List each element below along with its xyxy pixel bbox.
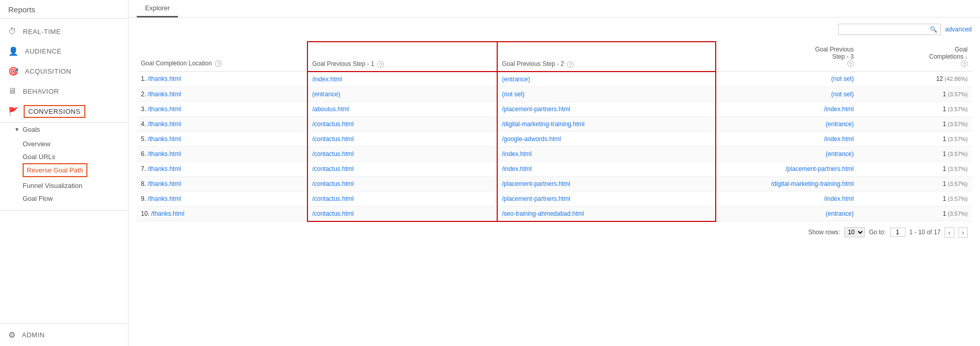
prev-step-2-link[interactable]: /digital-marketing-training.html: [502, 120, 585, 128]
prev-step-2-link[interactable]: /google-adwords.html: [502, 135, 561, 143]
prev-step-3-link[interactable]: (entrance): [826, 210, 854, 217]
prev-step-3-link[interactable]: /placement-partners.html: [786, 165, 854, 172]
row-number: 1.: [141, 75, 146, 82]
goal-completion-link[interactable]: /thanks.html: [148, 75, 181, 82]
completions-pct: (3.57%): [948, 91, 968, 97]
prev-step-3-header-label: Goal PreviousStep - 3: [815, 46, 854, 60]
prev-step-1-link[interactable]: /contactus.html: [312, 195, 354, 202]
goals-section-label: Goals: [23, 126, 40, 133]
sidebar-item-behavior[interactable]: 🖥 BEHAVIOR: [0, 81, 128, 101]
completions-value: 12: [936, 75, 943, 82]
row-number: 7.: [141, 165, 146, 172]
sidebar-item-reverse-goal-path[interactable]: Reverse Goal Path: [23, 163, 87, 177]
advanced-link[interactable]: advanced: [945, 26, 972, 33]
cell-row-num-completion: 6. /thanks.html: [137, 146, 307, 161]
prev-step-1-link[interactable]: /contactus.html: [312, 150, 354, 158]
prev-step-1-link[interactable]: (entrance): [312, 91, 340, 98]
cell-prev-step-1: /contactus.html: [307, 116, 497, 131]
cell-prev-step-1: /contactus.html: [307, 146, 497, 161]
cell-prev-step-3: /placement-partners.html: [716, 161, 858, 176]
go-to-input[interactable]: [890, 228, 905, 237]
prev-step-2-link[interactable]: /seo-training-ahmedabad.html: [502, 210, 584, 217]
sidebar-item-goal-flow[interactable]: Goal Flow: [23, 192, 128, 205]
data-table: Goal Completion Location ? Goal Previous…: [137, 41, 972, 222]
prev-step-2-link[interactable]: (not set): [502, 91, 524, 98]
prev-step-1-link[interactable]: /contactus.html: [312, 135, 354, 143]
acquisition-icon: 🎯: [8, 66, 19, 76]
prev-step-3-link[interactable]: /index.html: [824, 195, 854, 202]
col-header-prev-step-1: Goal Previous Step - 1 ?: [307, 42, 497, 72]
goal-completion-link[interactable]: /thanks.html: [148, 195, 181, 202]
prev-step-2-link[interactable]: (entrance): [502, 76, 530, 83]
table-row: 10. /thanks.html/contactus.html/seo-trai…: [137, 206, 972, 221]
sidebar-item-conversions[interactable]: 🚩 CONVERSIONS: [0, 101, 128, 123]
chevron-down-icon: ▼: [14, 127, 20, 132]
prev-step-1-link[interactable]: /contactus.html: [312, 180, 354, 187]
admin-section: ⚙ ADMIN: [0, 323, 128, 346]
prev-step-1-link[interactable]: /contactus.html: [312, 165, 354, 172]
prev-step-2-link[interactable]: /placement-partners.html: [502, 195, 570, 202]
goal-completion-link[interactable]: /thanks.html: [148, 150, 181, 158]
cell-prev-step-1: /contactus.html: [307, 161, 497, 176]
cell-prev-step-3: /index.html: [716, 131, 858, 146]
table-row: 5. /thanks.html/contactus.html/google-ad…: [137, 131, 972, 146]
prev-step-1-link[interactable]: /index.html: [312, 76, 342, 83]
sidebar-item-audience[interactable]: 👤 AUDIENCE: [0, 41, 128, 61]
next-page-button[interactable]: ›: [958, 227, 968, 238]
goal-completion-link[interactable]: /thanks.html: [148, 165, 181, 172]
goal-completion-link[interactable]: /thanks.html: [151, 210, 185, 217]
prev-step-1-link[interactable]: /contactus.html: [312, 120, 354, 128]
goal-completion-help-icon[interactable]: ?: [215, 60, 222, 67]
goal-completions-help-icon[interactable]: ?: [961, 60, 968, 67]
sidebar-item-realtime[interactable]: ⏱ REAL-TIME: [0, 22, 128, 41]
prev-step-2-link[interactable]: /index.html: [502, 165, 532, 172]
prev-step-3-link[interactable]: /digital-marketing-training.html: [771, 180, 854, 187]
reverse-goal-path-label: Reverse Goal Path: [27, 166, 83, 174]
cell-prev-step-2: /placement-partners.html: [497, 191, 715, 206]
sidebar-item-overview[interactable]: Overview: [23, 137, 128, 150]
search-input[interactable]: [842, 26, 928, 33]
prev-step-3-link[interactable]: (entrance): [826, 120, 854, 128]
goal-completion-link[interactable]: /thanks.html: [148, 106, 181, 113]
cell-prev-step-3: (entrance): [716, 116, 858, 131]
table-row: 8. /thanks.html/contactus.html/placement…: [137, 176, 972, 191]
prev-step-3-help-icon[interactable]: ?: [847, 60, 854, 67]
prev-step-2-help-icon[interactable]: ?: [567, 61, 574, 68]
completions-pct: (42.86%): [945, 76, 968, 82]
sidebar-item-goal-urls[interactable]: Goal URLs: [23, 150, 128, 163]
prev-step-2-link[interactable]: /index.html: [502, 150, 532, 158]
show-rows-select[interactable]: 10 25 50: [844, 227, 865, 237]
cell-prev-step-1: /contactus.html: [307, 191, 497, 206]
search-input-wrapper[interactable]: 🔍: [838, 24, 941, 35]
col-header-prev-step-3: Goal PreviousStep - 3 ?: [716, 42, 858, 72]
prev-step-2-link[interactable]: /placement-partners.html: [502, 180, 570, 187]
tab-explorer[interactable]: Explorer: [137, 0, 178, 18]
prev-step-1-link[interactable]: /contactus.html: [312, 210, 354, 217]
prev-step-3-link[interactable]: (not set): [831, 75, 854, 82]
row-number: 4.: [141, 120, 146, 128]
goal-completion-link[interactable]: /thanks.html: [148, 180, 181, 187]
sidebar-item-acquisition[interactable]: 🎯 ACQUISITION: [0, 61, 128, 81]
go-to-label: Go to:: [869, 229, 886, 236]
cell-prev-step-2: /placement-partners.html: [497, 101, 715, 116]
goals-toggle[interactable]: ▼ Goals: [0, 123, 128, 135]
sidebar-item-admin[interactable]: ⚙ ADMIN: [0, 324, 128, 346]
prev-step-2-link[interactable]: /placement-partners.html: [502, 106, 570, 113]
prev-step-3-link[interactable]: (not set): [831, 91, 854, 98]
sidebar-item-funnel-visualization[interactable]: Funnel Visualization: [23, 179, 128, 192]
tab-explorer-label: Explorer: [145, 4, 170, 12]
prev-step-3-link[interactable]: /index.html: [824, 135, 854, 143]
goal-completion-link[interactable]: /thanks.html: [148, 135, 181, 143]
cell-completions: 1 (3.57%): [858, 206, 972, 221]
prev-step-1-link[interactable]: /aboutus.html: [312, 106, 349, 113]
sort-arrow-icon: ↓: [965, 54, 968, 60]
goal-completions-header-label: GoalCompletions ↓: [929, 46, 968, 60]
prev-step-3-link[interactable]: /index.html: [824, 106, 854, 113]
goal-completion-link[interactable]: /thanks.html: [148, 91, 181, 98]
prev-page-button[interactable]: ‹: [945, 227, 954, 238]
prev-step-3-link[interactable]: (entrance): [826, 150, 854, 158]
goal-completion-link[interactable]: /thanks.html: [148, 120, 181, 128]
completions-value: 1: [942, 165, 946, 172]
table-row: 2. /thanks.html(entrance)(not set)(not s…: [137, 86, 972, 101]
prev-step-1-help-icon[interactable]: ?: [377, 61, 384, 68]
